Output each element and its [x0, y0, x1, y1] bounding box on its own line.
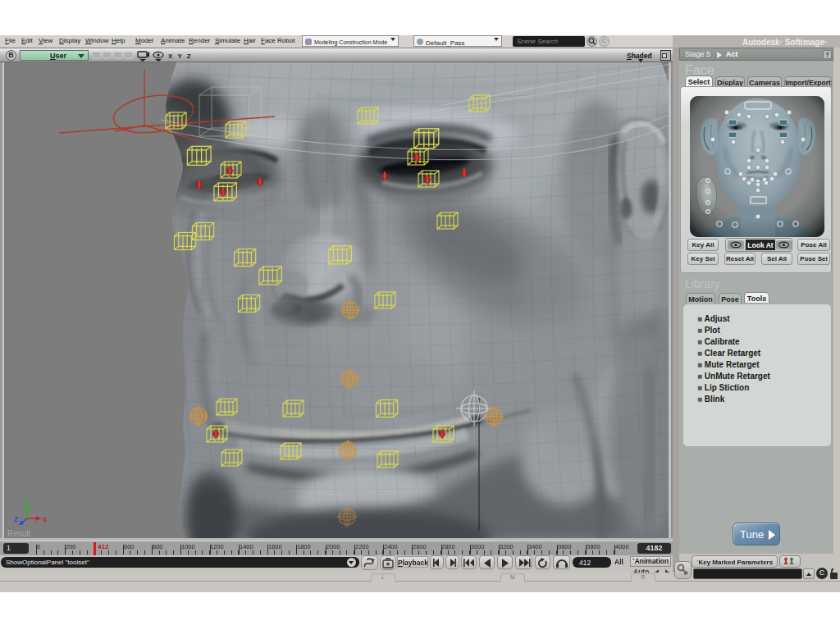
svg-text:Y: Y — [24, 496, 29, 504]
svg-text:Z: Z — [14, 515, 19, 523]
svg-text:Result: Result — [7, 529, 31, 538]
svg-text:x: x — [43, 515, 47, 523]
